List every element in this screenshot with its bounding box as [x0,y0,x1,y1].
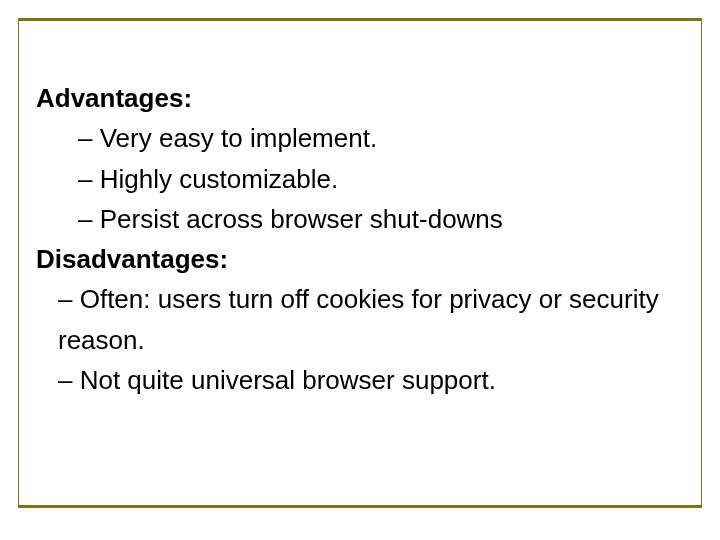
disadvantage-item-1: – Often: users turn off cookies for priv… [36,279,676,360]
advantage-item-3: – Persist across browser shut-downs [36,199,676,239]
advantage-item-2: – Highly customizable. [36,159,676,199]
disadvantage-item-2: – Not quite universal browser support. [36,360,676,400]
advantages-heading: Advantages: [36,78,676,118]
slide-content: Advantages: – Very easy to implement. – … [36,78,676,400]
advantage-item-1: – Very easy to implement. [36,118,676,158]
disadvantages-heading: Disadvantages: [36,239,676,279]
